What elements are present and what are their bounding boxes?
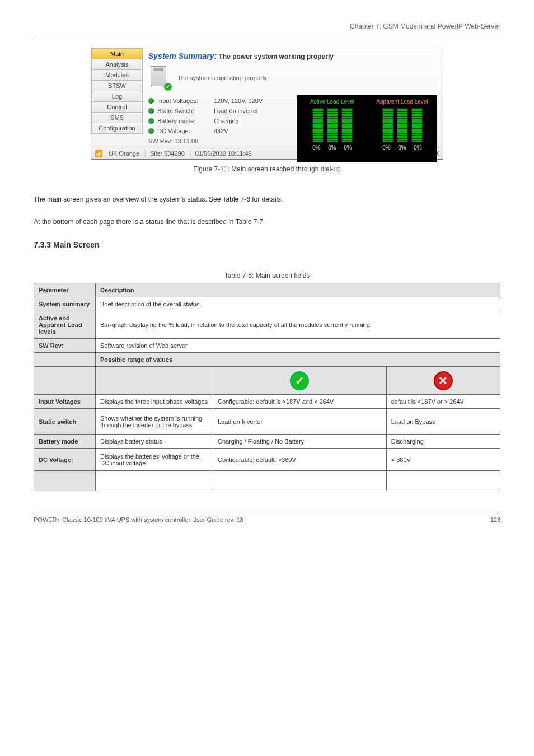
- static-switch-label: Static Switch:: [157, 108, 210, 114]
- status-dot-icon: [148, 108, 154, 114]
- row-input-ok: Configurable; default is >187V and < 264…: [213, 395, 387, 409]
- row-last-bad: [386, 471, 500, 491]
- active-load-pct-2: 0%: [326, 144, 339, 151]
- icon-header-blank: [34, 367, 96, 395]
- row-range-label: Possible range of values: [96, 353, 500, 367]
- nav-log[interactable]: Log: [91, 91, 143, 101]
- row-stsw-ok: Load on Inverter: [213, 409, 387, 435]
- status-dot-icon: [148, 98, 154, 104]
- row-input-range: Displays the three input phase voltages: [96, 395, 213, 409]
- row-swrev-desc: Software revision of Web server: [96, 339, 500, 353]
- check-icon: ✓: [290, 371, 309, 390]
- battery-mode-label: Battery mode:: [157, 118, 210, 124]
- row-batt-bad: Discharging: [386, 435, 500, 449]
- static-switch-value: Load on inverter: [214, 108, 259, 114]
- nav-column: Main Analysis Modules STSW Log Control S…: [91, 48, 143, 147]
- status-text: The system is operating properly: [177, 74, 267, 81]
- top-rule: [34, 36, 500, 36]
- th-description: Description: [96, 283, 500, 297]
- dc-voltage-label: DC Voltage:: [157, 128, 210, 134]
- row-last-param: [34, 471, 96, 491]
- apparent-load-pct-2: 0%: [396, 144, 409, 151]
- row-system-summary-desc: Brief description of the overall status.: [96, 297, 500, 311]
- th-parameter: Parameter: [34, 283, 96, 297]
- summary-heading: System Summary: The power system working…: [148, 52, 437, 60]
- nav-configuration[interactable]: Configuration: [91, 123, 143, 134]
- device-ok-badge: ✓: [164, 83, 172, 91]
- row-batt-range: Displays battery status: [96, 435, 213, 449]
- active-load-bars: [312, 108, 353, 142]
- nav-modules[interactable]: Modules: [91, 69, 143, 80]
- icon-header-range-blank: [96, 367, 213, 395]
- apparent-load-title: Apparent Load Level: [376, 99, 428, 105]
- row-last-range: [96, 471, 213, 491]
- summary-subtitle: The power system working properly: [219, 53, 334, 60]
- carrier-label: UK Orange: [109, 150, 139, 157]
- row-last-ok: [213, 471, 387, 491]
- status-dot-icon: [148, 118, 154, 124]
- footer-right: 123: [490, 516, 500, 523]
- table-caption: Table 7-6: Main screen fields: [34, 272, 500, 279]
- active-load-pct-1: 0%: [311, 144, 323, 151]
- main-screen-table: Parameter Description System summary Bri…: [34, 283, 500, 491]
- readings-block: Input Voltages: 120V, 120V, 120V Static …: [148, 97, 437, 144]
- row-stsw-bad: Load on Bypass: [386, 409, 500, 435]
- row-stsw-param: Static switch: [34, 409, 96, 435]
- description-2: At the bottom of each page there is a st…: [34, 218, 500, 226]
- row-load-levels-param: Active and Apparent Load levels: [34, 311, 96, 339]
- datetime-label: 01/06/2010 10:11:49: [190, 150, 252, 157]
- figure-caption: Figure 7-11: Main screen reached through…: [34, 165, 500, 173]
- summary-title: System Summary:: [148, 52, 217, 60]
- row-range-blank: [34, 353, 96, 367]
- row-input-bad: default is <187V or > 264V: [386, 395, 500, 409]
- apparent-load-bars: [382, 108, 423, 142]
- main-screen-screenshot: Main Analysis Modules STSW Log Control S…: [91, 48, 443, 160]
- description-1: The main screen gives an overview of the…: [34, 195, 500, 203]
- input-voltages-value: 120V, 120V, 120V: [214, 97, 263, 104]
- input-voltages-label: Input Voltages:: [157, 97, 210, 104]
- battery-mode-value: Charging: [214, 118, 239, 124]
- row-dc-ok: Configurable; default: >380V: [213, 449, 387, 471]
- row-dc-param: DC Voltage:: [34, 449, 96, 471]
- nav-sms[interactable]: SMS: [91, 112, 143, 123]
- dc-voltage-value: 432V: [214, 128, 228, 134]
- row-dc-bad: < 380V: [386, 449, 500, 471]
- row-system-summary-param: System summary: [34, 297, 96, 311]
- status-dot-icon: [148, 128, 154, 134]
- active-load-title: Active Load Level: [310, 99, 354, 105]
- status-row: ✓ The system is operating properly: [148, 65, 437, 91]
- x-icon: ✕: [434, 371, 453, 390]
- row-dc-range: Displays the batteries' voltage or the D…: [96, 449, 213, 471]
- nav-stsw[interactable]: STSW: [91, 80, 143, 91]
- row-batt-ok: Charging / Floating / No Battery: [213, 435, 387, 449]
- site-label: Site: 534290: [145, 150, 185, 157]
- row-swrev-param: SW Rev:: [34, 339, 96, 353]
- device-icon: ✓: [148, 65, 172, 91]
- section-heading: 7.3.3 Main Screen: [34, 240, 500, 249]
- antenna-icon: 📶: [95, 150, 103, 157]
- nav-control[interactable]: Control: [91, 101, 143, 112]
- apparent-load-pct-3: 0%: [412, 144, 424, 151]
- row-input-param: Input Voltages: [34, 395, 96, 409]
- apparent-load-pct-1: 0%: [381, 144, 393, 151]
- row-stsw-range: Shows whether the system is running thro…: [96, 409, 213, 435]
- sw-rev: SW Rev: 13.11.08: [148, 138, 299, 144]
- footer-left: POWER+ Classic 10-100 kVA UPS with syste…: [34, 516, 243, 523]
- row-load-levels-desc: Bar-graph displaying the % load, in rela…: [96, 311, 500, 339]
- load-gauges: Active Load Level 0% 0% 0% Apparent: [297, 95, 437, 162]
- nav-analysis[interactable]: Analysis: [91, 59, 143, 69]
- nav-main[interactable]: Main: [91, 48, 143, 59]
- page-header-right: Chapter 7: GSM Modem and PowerIP Web-Ser…: [34, 22, 500, 30]
- row-batt-param: Battery mode: [34, 435, 96, 449]
- active-load-pct-3: 0%: [342, 144, 354, 151]
